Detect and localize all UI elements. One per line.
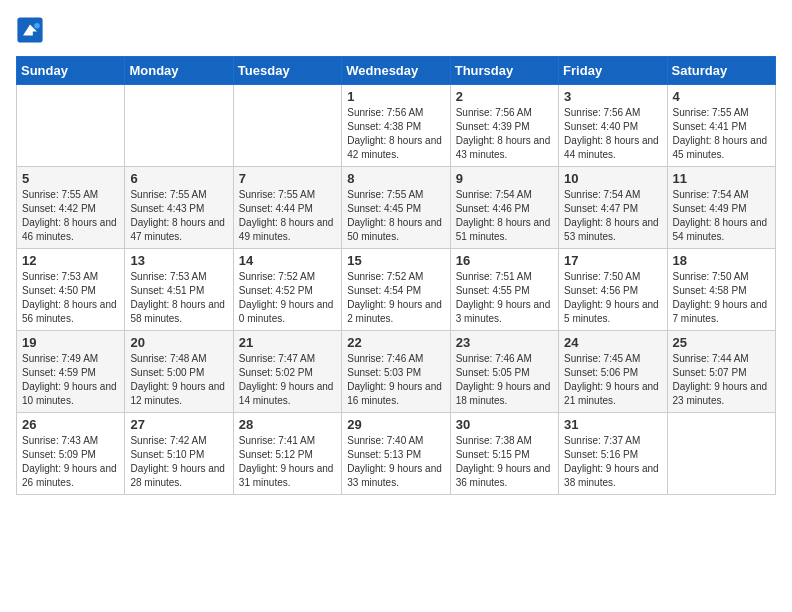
day-number: 27 (130, 417, 227, 432)
weekday-header-sunday: Sunday (17, 57, 125, 85)
cell-info: Sunrise: 7:47 AM Sunset: 5:02 PM Dayligh… (239, 352, 336, 408)
day-number: 18 (673, 253, 770, 268)
day-number: 7 (239, 171, 336, 186)
cell-info: Sunrise: 7:49 AM Sunset: 4:59 PM Dayligh… (22, 352, 119, 408)
cell-info: Sunrise: 7:45 AM Sunset: 5:06 PM Dayligh… (564, 352, 661, 408)
calendar-cell: 25Sunrise: 7:44 AM Sunset: 5:07 PM Dayli… (667, 331, 775, 413)
calendar-cell: 1Sunrise: 7:56 AM Sunset: 4:38 PM Daylig… (342, 85, 450, 167)
calendar-cell: 18Sunrise: 7:50 AM Sunset: 4:58 PM Dayli… (667, 249, 775, 331)
calendar-cell: 26Sunrise: 7:43 AM Sunset: 5:09 PM Dayli… (17, 413, 125, 495)
calendar-cell: 3Sunrise: 7:56 AM Sunset: 4:40 PM Daylig… (559, 85, 667, 167)
day-number: 29 (347, 417, 444, 432)
cell-info: Sunrise: 7:56 AM Sunset: 4:39 PM Dayligh… (456, 106, 553, 162)
cell-info: Sunrise: 7:54 AM Sunset: 4:47 PM Dayligh… (564, 188, 661, 244)
day-number: 26 (22, 417, 119, 432)
week-row-3: 12Sunrise: 7:53 AM Sunset: 4:50 PM Dayli… (17, 249, 776, 331)
week-row-1: 1Sunrise: 7:56 AM Sunset: 4:38 PM Daylig… (17, 85, 776, 167)
weekday-header-thursday: Thursday (450, 57, 558, 85)
day-number: 19 (22, 335, 119, 350)
week-row-4: 19Sunrise: 7:49 AM Sunset: 4:59 PM Dayli… (17, 331, 776, 413)
cell-info: Sunrise: 7:55 AM Sunset: 4:45 PM Dayligh… (347, 188, 444, 244)
cell-info: Sunrise: 7:42 AM Sunset: 5:10 PM Dayligh… (130, 434, 227, 490)
cell-info: Sunrise: 7:56 AM Sunset: 4:40 PM Dayligh… (564, 106, 661, 162)
day-number: 20 (130, 335, 227, 350)
calendar-cell: 31Sunrise: 7:37 AM Sunset: 5:16 PM Dayli… (559, 413, 667, 495)
svg-point-2 (34, 23, 40, 29)
calendar-table: SundayMondayTuesdayWednesdayThursdayFrid… (16, 56, 776, 495)
calendar-cell: 24Sunrise: 7:45 AM Sunset: 5:06 PM Dayli… (559, 331, 667, 413)
weekday-header-saturday: Saturday (667, 57, 775, 85)
weekday-header-tuesday: Tuesday (233, 57, 341, 85)
week-row-5: 26Sunrise: 7:43 AM Sunset: 5:09 PM Dayli… (17, 413, 776, 495)
cell-info: Sunrise: 7:53 AM Sunset: 4:51 PM Dayligh… (130, 270, 227, 326)
calendar-cell: 30Sunrise: 7:38 AM Sunset: 5:15 PM Dayli… (450, 413, 558, 495)
calendar-cell: 22Sunrise: 7:46 AM Sunset: 5:03 PM Dayli… (342, 331, 450, 413)
calendar-cell: 16Sunrise: 7:51 AM Sunset: 4:55 PM Dayli… (450, 249, 558, 331)
day-number: 28 (239, 417, 336, 432)
calendar-cell: 14Sunrise: 7:52 AM Sunset: 4:52 PM Dayli… (233, 249, 341, 331)
weekday-header-monday: Monday (125, 57, 233, 85)
logo (16, 16, 48, 44)
cell-info: Sunrise: 7:46 AM Sunset: 5:03 PM Dayligh… (347, 352, 444, 408)
cell-info: Sunrise: 7:50 AM Sunset: 4:56 PM Dayligh… (564, 270, 661, 326)
cell-info: Sunrise: 7:52 AM Sunset: 4:54 PM Dayligh… (347, 270, 444, 326)
cell-info: Sunrise: 7:37 AM Sunset: 5:16 PM Dayligh… (564, 434, 661, 490)
day-number: 3 (564, 89, 661, 104)
logo-icon (16, 16, 44, 44)
cell-info: Sunrise: 7:55 AM Sunset: 4:44 PM Dayligh… (239, 188, 336, 244)
day-number: 1 (347, 89, 444, 104)
cell-info: Sunrise: 7:56 AM Sunset: 4:38 PM Dayligh… (347, 106, 444, 162)
calendar-cell: 5Sunrise: 7:55 AM Sunset: 4:42 PM Daylig… (17, 167, 125, 249)
cell-info: Sunrise: 7:54 AM Sunset: 4:49 PM Dayligh… (673, 188, 770, 244)
cell-info: Sunrise: 7:41 AM Sunset: 5:12 PM Dayligh… (239, 434, 336, 490)
calendar-cell: 21Sunrise: 7:47 AM Sunset: 5:02 PM Dayli… (233, 331, 341, 413)
cell-info: Sunrise: 7:40 AM Sunset: 5:13 PM Dayligh… (347, 434, 444, 490)
calendar-cell: 9Sunrise: 7:54 AM Sunset: 4:46 PM Daylig… (450, 167, 558, 249)
day-number: 12 (22, 253, 119, 268)
day-number: 21 (239, 335, 336, 350)
calendar-cell: 27Sunrise: 7:42 AM Sunset: 5:10 PM Dayli… (125, 413, 233, 495)
page-header (16, 16, 776, 44)
calendar-cell (125, 85, 233, 167)
calendar-cell: 20Sunrise: 7:48 AM Sunset: 5:00 PM Dayli… (125, 331, 233, 413)
day-number: 17 (564, 253, 661, 268)
day-number: 23 (456, 335, 553, 350)
day-number: 2 (456, 89, 553, 104)
day-number: 16 (456, 253, 553, 268)
calendar-cell: 28Sunrise: 7:41 AM Sunset: 5:12 PM Dayli… (233, 413, 341, 495)
day-number: 22 (347, 335, 444, 350)
calendar-cell: 13Sunrise: 7:53 AM Sunset: 4:51 PM Dayli… (125, 249, 233, 331)
day-number: 13 (130, 253, 227, 268)
cell-info: Sunrise: 7:52 AM Sunset: 4:52 PM Dayligh… (239, 270, 336, 326)
calendar-cell: 11Sunrise: 7:54 AM Sunset: 4:49 PM Dayli… (667, 167, 775, 249)
day-number: 14 (239, 253, 336, 268)
day-number: 8 (347, 171, 444, 186)
calendar-cell: 8Sunrise: 7:55 AM Sunset: 4:45 PM Daylig… (342, 167, 450, 249)
calendar-cell: 17Sunrise: 7:50 AM Sunset: 4:56 PM Dayli… (559, 249, 667, 331)
cell-info: Sunrise: 7:53 AM Sunset: 4:50 PM Dayligh… (22, 270, 119, 326)
day-number: 9 (456, 171, 553, 186)
cell-info: Sunrise: 7:46 AM Sunset: 5:05 PM Dayligh… (456, 352, 553, 408)
calendar-cell: 2Sunrise: 7:56 AM Sunset: 4:39 PM Daylig… (450, 85, 558, 167)
calendar-cell: 12Sunrise: 7:53 AM Sunset: 4:50 PM Dayli… (17, 249, 125, 331)
calendar-cell (233, 85, 341, 167)
calendar-cell (667, 413, 775, 495)
cell-info: Sunrise: 7:51 AM Sunset: 4:55 PM Dayligh… (456, 270, 553, 326)
day-number: 15 (347, 253, 444, 268)
calendar-cell: 10Sunrise: 7:54 AM Sunset: 4:47 PM Dayli… (559, 167, 667, 249)
day-number: 25 (673, 335, 770, 350)
cell-info: Sunrise: 7:50 AM Sunset: 4:58 PM Dayligh… (673, 270, 770, 326)
day-number: 5 (22, 171, 119, 186)
day-number: 10 (564, 171, 661, 186)
weekday-header-row: SundayMondayTuesdayWednesdayThursdayFrid… (17, 57, 776, 85)
calendar-cell: 19Sunrise: 7:49 AM Sunset: 4:59 PM Dayli… (17, 331, 125, 413)
cell-info: Sunrise: 7:38 AM Sunset: 5:15 PM Dayligh… (456, 434, 553, 490)
day-number: 24 (564, 335, 661, 350)
cell-info: Sunrise: 7:48 AM Sunset: 5:00 PM Dayligh… (130, 352, 227, 408)
weekday-header-friday: Friday (559, 57, 667, 85)
calendar-cell: 29Sunrise: 7:40 AM Sunset: 5:13 PM Dayli… (342, 413, 450, 495)
week-row-2: 5Sunrise: 7:55 AM Sunset: 4:42 PM Daylig… (17, 167, 776, 249)
day-number: 31 (564, 417, 661, 432)
cell-info: Sunrise: 7:55 AM Sunset: 4:42 PM Dayligh… (22, 188, 119, 244)
calendar-cell: 4Sunrise: 7:55 AM Sunset: 4:41 PM Daylig… (667, 85, 775, 167)
